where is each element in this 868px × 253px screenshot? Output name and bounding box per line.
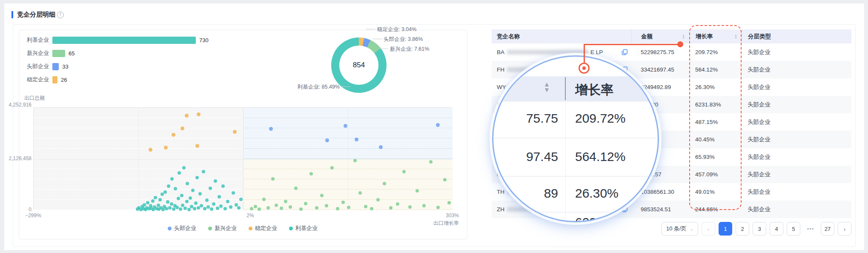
callout-target-ring bbox=[579, 63, 590, 74]
lens-amount-fragment: 75.75 bbox=[493, 111, 558, 126]
page-title: 竞企分层明细 bbox=[17, 11, 55, 19]
scatter-point-新兴企业 bbox=[262, 198, 266, 201]
lens-growth-value: 564.12% bbox=[575, 150, 625, 164]
page-button-5[interactable]: 5 bbox=[787, 222, 800, 236]
legend-item-头部企业[interactable]: 头部企业 bbox=[168, 224, 196, 232]
lens-row-divider bbox=[493, 138, 659, 138]
bar-value-label: 730 bbox=[199, 37, 209, 43]
page-button-27[interactable]: 27 bbox=[821, 222, 834, 236]
bar-segment bbox=[52, 50, 65, 57]
cell-tier-type: 头部企业 bbox=[742, 61, 851, 78]
lens-row-divider bbox=[493, 101, 659, 102]
scatter-point-新兴企业 bbox=[364, 205, 367, 208]
company-name-prefix: FH bbox=[497, 66, 504, 73]
scatter-point-头部企业 bbox=[379, 145, 383, 149]
cell-amount: 9853524.51 bbox=[631, 201, 689, 218]
table-header-row: 竞企名称金额▲▼增长率▲▼分层类型 bbox=[492, 29, 851, 43]
copy-icon[interactable] bbox=[622, 49, 628, 55]
page-button-3[interactable]: 3 bbox=[753, 222, 766, 236]
lens-column-divider bbox=[565, 101, 566, 222]
company-name-suffix: E LP bbox=[590, 49, 603, 55]
scatter-point-新兴企业 bbox=[383, 182, 386, 185]
legend-dot bbox=[208, 227, 212, 230]
scatter-point-新兴企业 bbox=[447, 201, 451, 204]
highlight-dashed-rect bbox=[689, 25, 742, 210]
legend-label: 利基企业 bbox=[295, 224, 318, 232]
donut-leader-line bbox=[380, 49, 388, 49]
scatter-point-利基企业 bbox=[214, 179, 217, 183]
scatter-point-新兴企业 bbox=[370, 207, 373, 210]
bar-chart-row: 利基企业730 bbox=[24, 36, 209, 44]
scatter-point-利基企业 bbox=[223, 207, 227, 210]
donut-callout: 新兴企业: 7.61% bbox=[390, 46, 429, 53]
scatter-point-新兴企业 bbox=[299, 207, 303, 211]
scatter-point-利基企业 bbox=[170, 177, 174, 181]
cell-amount: 33421697.45 bbox=[631, 61, 689, 78]
company-name-prefix: WY bbox=[497, 84, 506, 90]
chevron-down-icon: ⌄ bbox=[690, 227, 693, 231]
page-edge-bottom bbox=[0, 250, 868, 253]
scatter-point-利基企业 bbox=[154, 196, 157, 199]
scatter-point-新兴企业 bbox=[254, 205, 257, 208]
page-button-1[interactable]: 1 bbox=[719, 222, 732, 236]
legend-label: 新兴企业 bbox=[215, 224, 237, 232]
info-icon[interactable]: ! bbox=[57, 12, 64, 18]
scatter-plot bbox=[33, 107, 452, 210]
bar-value-label: 33 bbox=[62, 63, 68, 70]
bar-category-label: 新兴企业 bbox=[24, 49, 49, 57]
donut-leader-line bbox=[341, 86, 351, 87]
scatter-point-新兴企业 bbox=[396, 202, 399, 206]
scatter-point-利基企业 bbox=[219, 204, 223, 208]
scatter-point-稳定企业 bbox=[233, 130, 237, 134]
legend-item-新兴企业[interactable]: 新兴企业 bbox=[208, 224, 237, 232]
x-tick: 2% bbox=[238, 213, 263, 218]
page-button-4[interactable]: 4 bbox=[770, 222, 783, 236]
legend-item-稳定企业[interactable]: 稳定企业 bbox=[249, 224, 277, 232]
company-name-prefix: ZH bbox=[497, 206, 504, 213]
scatter-point-新兴企业 bbox=[250, 207, 253, 210]
bar-value-label: 26 bbox=[61, 77, 67, 83]
lens-amount-fragment: 97.45 bbox=[493, 150, 558, 164]
callout-line bbox=[584, 44, 585, 64]
scatter-point-利基企业 bbox=[167, 184, 170, 188]
scatter-point-利基企业 bbox=[216, 207, 219, 210]
sort-icon[interactable]: ▲▼ bbox=[682, 34, 685, 39]
prev-page-button[interactable]: ‹ bbox=[702, 222, 715, 236]
scatter-point-利基企业 bbox=[185, 200, 189, 203]
callout-endpoint-dot bbox=[677, 41, 683, 47]
scatter-point-新兴企业 bbox=[389, 206, 392, 210]
bar-segment bbox=[52, 76, 57, 83]
page-button-2[interactable]: 2 bbox=[736, 222, 749, 236]
scatter-point-稳定企业 bbox=[180, 126, 184, 130]
scatter-point-利基企业 bbox=[181, 204, 184, 207]
legend-label: 稳定企业 bbox=[255, 224, 277, 232]
page-edge-left bbox=[0, 0, 4, 253]
legend-dot bbox=[249, 227, 252, 230]
donut-leader-line bbox=[366, 29, 375, 29]
chart-legend: 头部企业新兴企业稳定企业利基企业 bbox=[19, 224, 467, 232]
scatter-point-利基企业 bbox=[189, 196, 192, 200]
scatter-point-利基企业 bbox=[206, 205, 210, 209]
scatter-point-新兴企业 bbox=[422, 204, 426, 207]
cell-tier-type: 头部企业 bbox=[742, 43, 851, 61]
scatter-point-新兴企业 bbox=[271, 177, 275, 181]
scatter-point-利基企业 bbox=[195, 176, 199, 179]
scatter-point-新兴企业 bbox=[325, 204, 328, 207]
page-size-select[interactable]: 10 条/页⌄ bbox=[662, 222, 698, 236]
table-row: BAE LP52298275.75209.72%头部企业 bbox=[492, 43, 851, 61]
y-tick: 4,252,916 bbox=[2, 102, 32, 108]
lens-growth-value: 26.30% bbox=[575, 186, 619, 201]
x-tick: 303% bbox=[438, 213, 459, 218]
legend-label: 头部企业 bbox=[174, 224, 196, 232]
scatter-point-新兴企业 bbox=[258, 207, 261, 211]
quadrant-divider-y bbox=[34, 159, 453, 159]
scatter-point-利基企业 bbox=[172, 207, 175, 211]
legend-dot bbox=[168, 227, 172, 230]
page-ellipsis[interactable]: ••• bbox=[804, 222, 817, 236]
y-axis-title: 出口总额 bbox=[24, 95, 45, 102]
scatter-point-利基企业 bbox=[203, 207, 206, 210]
next-page-button[interactable]: › bbox=[838, 222, 851, 236]
bar-segment bbox=[52, 37, 196, 44]
donut-total: 854 bbox=[339, 46, 378, 85]
legend-item-利基企业[interactable]: 利基企业 bbox=[289, 224, 318, 232]
